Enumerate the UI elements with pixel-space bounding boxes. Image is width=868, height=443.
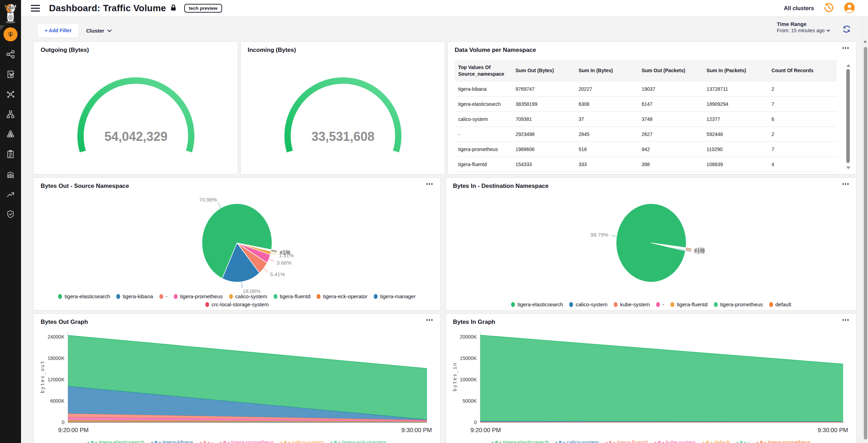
scroll-up-icon[interactable] [846, 64, 850, 67]
sidebar-item-clusters[interactable] [4, 127, 18, 141]
legend-swatch [317, 294, 321, 299]
table-row: -2923498284526275924482 [455, 127, 837, 142]
y-axis-title: bytes_in [452, 362, 458, 391]
data-volume-table: Top Values Of Source_namespaceSum Out (B… [455, 60, 837, 175]
legend-item[interactable]: - [737, 439, 750, 443]
legend-item[interactable]: - [656, 301, 664, 307]
panel-options-icon[interactable] [840, 45, 851, 51]
scroll-up-icon[interactable] [863, 40, 867, 43]
table-column-header[interactable]: Sum Out (Packets) [638, 60, 703, 82]
legend-item[interactable]: tigera-prometheus [174, 293, 223, 299]
sidebar-item-activity[interactable] [4, 167, 18, 181]
legend-swatch [374, 294, 378, 299]
legend-label: calico-system [567, 439, 599, 443]
legend-item[interactable]: tigera-kibana [151, 439, 193, 443]
legend-item[interactable]: tigera-prometheus [220, 439, 274, 443]
scrollbar-thumb[interactable] [846, 69, 850, 163]
legend-item[interactable]: tigera-elasticsearch [88, 439, 144, 443]
panel-options-icon[interactable] [424, 181, 435, 187]
y-tick-label: 12000K [48, 377, 65, 382]
legend-item[interactable]: calico-system [229, 293, 267, 299]
tigera-mascot-logo[interactable] [2, 2, 19, 25]
legend-swatch [656, 302, 660, 307]
table-column-header[interactable]: Sum In (Bytes) [575, 60, 638, 82]
hamburger-menu-icon[interactable] [31, 3, 40, 13]
table-cell: 38358199 [512, 96, 575, 111]
sidebar-item-security[interactable] [4, 207, 18, 221]
legend-item[interactable]: tigera-eck-operator [317, 293, 367, 299]
user-avatar-icon[interactable] [843, 2, 855, 15]
legend-item[interactable]: default [703, 439, 730, 443]
table-cell: 942 [638, 142, 703, 157]
legend-item[interactable]: calico-system [556, 439, 599, 443]
scroll-down-icon[interactable] [846, 166, 850, 169]
legend-item[interactable]: calico-system [281, 439, 324, 443]
table-column-header[interactable]: Count Of Records [768, 60, 837, 82]
sidebar-item-nodes[interactable] [4, 87, 18, 101]
legend-item[interactable]: tigera-elasticsearch [511, 301, 563, 307]
legend-item[interactable]: kube-system [614, 301, 650, 307]
table-scrollbar[interactable] [846, 64, 850, 169]
legend-label: tigera-fluentd [617, 439, 648, 443]
legend-item[interactable]: crc-local-storage-system [205, 301, 269, 307]
panel-options-icon[interactable] [840, 317, 851, 323]
time-range-dropdown[interactable]: From: 15 minutes ago [777, 28, 829, 33]
legend-item[interactable]: tigera-fluentd [606, 439, 648, 443]
legend-item[interactable]: tigera-prometheus [714, 301, 763, 307]
panel-title: Bytes Out Graph [34, 314, 440, 327]
refresh-icon[interactable] [842, 25, 851, 35]
panel-incoming-bytes: Incoming (Bytes) 33,531,608 [240, 41, 445, 175]
legend-label: tigera-prometheus [720, 301, 763, 307]
legend-item[interactable]: - [159, 293, 167, 299]
sidebar-item-trends[interactable] [4, 187, 18, 201]
sidebar-item-compliance[interactable] [4, 147, 18, 161]
pie-slice[interactable] [616, 204, 686, 282]
time-range-title: Time Range [777, 21, 829, 27]
legend-label: calico-system [576, 301, 607, 307]
legend-item[interactable]: tigera-kibana [116, 293, 153, 299]
legend-item[interactable]: calico-system [569, 301, 607, 307]
pie-legend: tigera-elasticsearchcalico-systemkube-sy… [446, 301, 856, 307]
graph-legend: tigera-elasticsearchtigera-kibana-tigera… [34, 439, 440, 443]
add-filter-button[interactable]: + Add Filter [37, 23, 79, 38]
panel-options-icon[interactable] [424, 317, 435, 323]
y-tick-label: 15000K [460, 355, 477, 361]
scrollbar-thumb[interactable] [864, 47, 867, 439]
legend-marker-icon [223, 441, 226, 443]
legend-label: - [211, 439, 213, 443]
area-chart-bytes-out: 06000K12000K18000K24000K9:20:00 PM9:30:0… [34, 328, 440, 438]
sidebar-item-policies[interactable] [4, 67, 18, 81]
area-series[interactable] [480, 335, 843, 421]
legend-item[interactable]: tigera-prometheus [757, 439, 811, 443]
table-column-header[interactable]: Sum Out (Bytes) [512, 60, 575, 82]
legend-swatch [116, 294, 120, 299]
legend-item[interactable]: tigera-fluentd [274, 293, 311, 299]
legend-item[interactable]: tigera-eck-operator [331, 439, 386, 443]
history-icon[interactable] [823, 2, 834, 15]
legend-item[interactable]: default [769, 301, 791, 307]
legend-swatch [614, 302, 618, 307]
sidebar-item-network-topology[interactable] [4, 107, 18, 121]
legend-item[interactable]: - [200, 439, 213, 443]
legend-item[interactable]: tigera-manager [374, 293, 416, 299]
sidebar-item-service-graph[interactable] [4, 47, 18, 61]
legend-item[interactable]: tigera-elasticsearch [492, 439, 549, 443]
table-cell: 2 [768, 82, 837, 97]
legend-item[interactable]: tigera-fluentd [670, 301, 708, 307]
table-cell: 333 [575, 157, 638, 172]
cluster-selector[interactable]: All clusters [784, 5, 814, 12]
sidebar-item-dashboards[interactable] [4, 27, 18, 41]
gauge-value: 33,531,608 [311, 129, 374, 144]
table-column-header[interactable]: Top Values Of Source_namespace [455, 60, 512, 82]
table-column-header[interactable]: Sum In (Packets) [703, 60, 768, 82]
pie-chart-bytes-in: <1%<1%<1%<1%<1%<1%98.79% [446, 190, 856, 295]
table-row: tigera-eck-operator94495286257514952 [455, 172, 837, 175]
panel-options-icon[interactable] [840, 181, 851, 187]
legend-item[interactable]: tigera-elasticsearch [58, 293, 110, 299]
cluster-filter-dropdown[interactable]: Cluster [86, 23, 111, 38]
page-scrollbar[interactable] [862, 17, 868, 443]
pie-percent-label: 70.98% [199, 197, 217, 203]
legend-label: calico-system [235, 293, 267, 299]
clipboard-icon [6, 150, 15, 159]
legend-item[interactable]: kube-system [655, 439, 696, 443]
